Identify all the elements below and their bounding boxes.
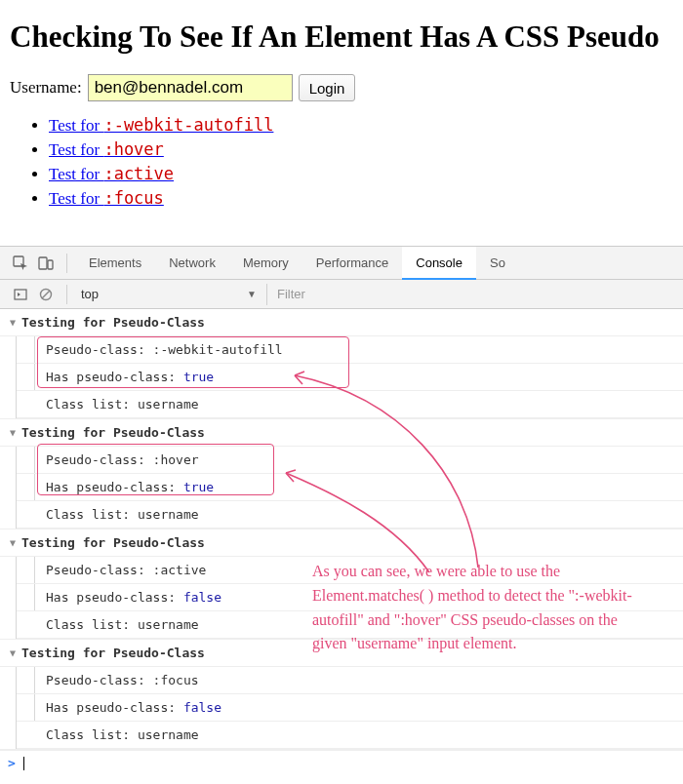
log-value: username	[138, 397, 199, 412]
log-label: Pseudo-class:	[46, 452, 145, 467]
list-item: Test for :active	[49, 164, 673, 184]
filter-input[interactable]	[266, 284, 683, 305]
log-label: Pseudo-class:	[46, 342, 145, 357]
group-title: Testing for Pseudo-Class	[21, 315, 205, 330]
annotation-text: As you can see, we were able to use the …	[312, 560, 644, 656]
test-link-active[interactable]: Test for :active	[49, 165, 174, 183]
test-link-autofill[interactable]: Test for :-webkit-autofill	[49, 116, 273, 135]
test-prefix: Test for	[49, 116, 103, 135]
console-log-line: Pseudo-class: :focus	[17, 667, 683, 694]
log-label: Has pseudo-class:	[46, 480, 176, 494]
sidebar-toggle-icon[interactable]	[8, 282, 33, 307]
login-form: Username: Login	[10, 74, 673, 101]
log-label: Class list:	[46, 727, 130, 742]
list-item: Test for :-webkit-autofill	[49, 115, 673, 136]
log-value: :active	[153, 563, 207, 577]
test-link-focus[interactable]: Test for :focus	[49, 189, 164, 208]
console-log-line: Has pseudo-class: false	[17, 694, 683, 722]
group-title: Testing for Pseudo-Class	[21, 535, 205, 550]
console-log-line: Class list: username	[17, 722, 683, 749]
log-value: :-webkit-autofill	[153, 342, 283, 357]
chevron-down-icon: ▼	[247, 289, 257, 299]
log-value: false	[183, 590, 221, 605]
log-value: :focus	[153, 673, 199, 687]
tab-elements[interactable]: Elements	[75, 247, 155, 280]
tab-memory[interactable]: Memory	[229, 247, 302, 280]
console-log-line: Class list: username	[17, 501, 683, 529]
device-mode-icon[interactable]	[33, 251, 59, 276]
svg-rect-1	[39, 257, 47, 269]
clear-console-icon[interactable]	[33, 282, 59, 307]
test-class: :-webkit-autofill	[103, 115, 273, 135]
console-log-line: Pseudo-class: :hover	[17, 447, 683, 474]
test-prefix: Test for	[49, 140, 103, 159]
test-link-hover[interactable]: Test for :hover	[49, 140, 164, 159]
group-title: Testing for Pseudo-Class	[21, 425, 205, 440]
inspect-icon[interactable]	[8, 251, 33, 276]
console-group-header[interactable]: ▼ Testing for Pseudo-Class	[0, 309, 683, 336]
devtools-panel: Elements Network Memory Performance Cons…	[0, 246, 683, 779]
console-toolbar: top ▼	[0, 280, 683, 309]
log-value: true	[183, 370, 214, 384]
context-value: top	[81, 287, 99, 301]
tab-network[interactable]: Network	[155, 247, 229, 280]
list-item: Test for :focus	[49, 188, 673, 209]
login-button[interactable]: Login	[299, 74, 356, 101]
tab-sources-cut[interactable]: So	[476, 247, 519, 280]
console-log-line: Has pseudo-class: true	[17, 474, 683, 501]
tab-console[interactable]: Console	[402, 247, 476, 280]
log-label: Pseudo-class:	[46, 673, 145, 687]
log-label: Class list:	[46, 617, 130, 632]
console-log-line: Pseudo-class: :-webkit-autofill	[17, 336, 683, 364]
log-value: :hover	[153, 452, 199, 467]
log-value: username	[138, 617, 199, 632]
disclosure-triangle-icon: ▼	[10, 647, 16, 658]
username-label: Username:	[10, 78, 82, 98]
log-label: Pseudo-class:	[46, 563, 145, 577]
disclosure-triangle-icon: ▼	[10, 537, 16, 548]
test-class: :focus	[103, 188, 163, 208]
console-group-header[interactable]: ▼ Testing for Pseudo-Class	[0, 529, 683, 557]
context-selector[interactable]: top ▼	[81, 287, 266, 301]
list-item: Test for :hover	[49, 139, 673, 160]
log-value: username	[138, 727, 199, 742]
test-class: :hover	[103, 139, 163, 159]
console-log-line: Has pseudo-class: true	[17, 364, 683, 391]
log-label: Class list:	[46, 397, 130, 412]
test-prefix: Test for	[49, 165, 103, 183]
log-value: false	[183, 700, 221, 715]
page-title: Checking To See If An Element Has A CSS …	[10, 20, 673, 55]
svg-rect-2	[48, 260, 53, 269]
disclosure-triangle-icon: ▼	[10, 317, 16, 328]
log-value: username	[138, 507, 199, 522]
console-group: ▼ Testing for Pseudo-Class Pseudo-class:…	[0, 419, 683, 529]
test-links-list: Test for :-webkit-autofill Test for :hov…	[10, 115, 673, 209]
username-input[interactable]	[88, 74, 293, 101]
group-title: Testing for Pseudo-Class	[21, 646, 205, 660]
separator	[66, 285, 67, 304]
svg-line-5	[42, 291, 50, 298]
console-group-header[interactable]: ▼ Testing for Pseudo-Class	[0, 419, 683, 447]
log-label: Has pseudo-class:	[46, 370, 176, 384]
test-class: :active	[103, 164, 174, 183]
console-log-line: Class list: username	[17, 391, 683, 418]
console-prompt[interactable]: >	[0, 750, 683, 775]
log-value: true	[183, 480, 214, 494]
disclosure-triangle-icon: ▼	[10, 427, 16, 438]
prompt-chevron-icon: >	[8, 756, 16, 770]
test-prefix: Test for	[49, 189, 103, 208]
log-label: Class list:	[46, 507, 130, 522]
log-label: Has pseudo-class:	[46, 590, 176, 605]
separator	[66, 254, 67, 273]
log-label: Has pseudo-class:	[46, 700, 176, 715]
tab-performance[interactable]: Performance	[302, 247, 402, 280]
console-group: ▼ Testing for Pseudo-Class Pseudo-class:…	[0, 309, 683, 419]
prompt-cursor	[23, 757, 24, 770]
console-output: ▼ Testing for Pseudo-Class Pseudo-class:…	[0, 309, 683, 779]
devtools-tabbar: Elements Network Memory Performance Cons…	[0, 247, 683, 280]
